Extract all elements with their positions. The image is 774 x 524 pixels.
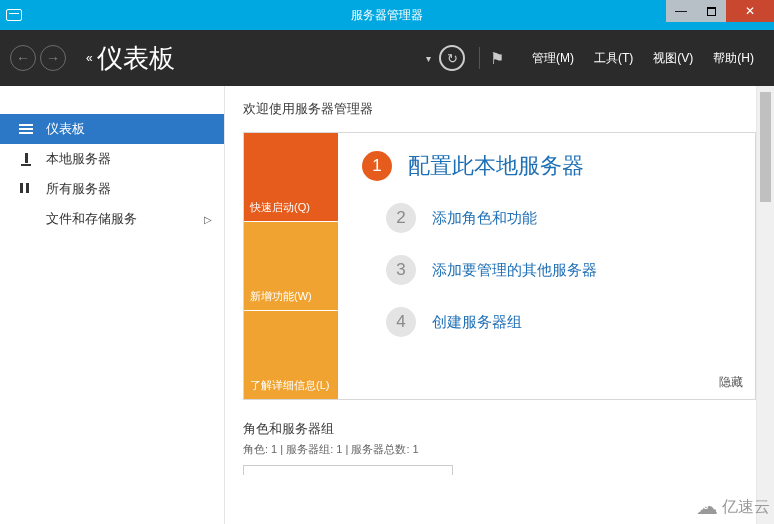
sidebar-item-all-servers[interactable]: 所有服务器 [0,174,224,204]
whatsnew-tab-label: 新增功能(W) [250,289,312,304]
groups-counts: 角色: 1 | 服务器组: 1 | 服务器总数: 1 [243,442,756,457]
quickstart-card: 快速启动(Q) 新增功能(W) 了解详细信息(L) 1 配置此本地服务器 2 添… [243,132,756,400]
scrollbar-thumb[interactable] [760,92,771,202]
sidebar-item-file-storage[interactable]: 文件和存储服务 ▷ [0,204,224,234]
vertical-scrollbar[interactable] [756,86,774,524]
forward-button[interactable]: → [40,45,66,71]
app-icon [6,9,22,21]
breadcrumb-back-glyph[interactable]: « [86,51,91,65]
step-1[interactable]: 1 配置此本地服务器 [362,151,739,181]
watermark: ☁e 亿速云 [696,494,770,520]
menu-view[interactable]: 视图(V) [653,50,693,67]
sidebar-item-label: 仪表板 [46,120,85,138]
sidebar-item-label: 文件和存储服务 [46,210,137,228]
sidebar-item-dashboard[interactable]: 仪表板 [0,114,224,144]
content-area: 欢迎使用服务器管理器 快速启动(Q) 新增功能(W) 了解详细信息(L) 1 配… [225,86,774,524]
titlebar: 服务器管理器 — ✕ [0,0,774,30]
local-server-icon [18,151,34,167]
minimize-button[interactable]: — [666,0,696,22]
group-tile-partial [243,465,453,475]
step-text: 添加要管理的其他服务器 [432,261,597,280]
watermark-text: 亿速云 [722,497,770,518]
step-number: 1 [362,151,392,181]
step-2[interactable]: 2 添加角色和功能 [386,203,739,233]
breadcrumb-dropdown-icon[interactable]: ▾ [426,53,431,64]
toolbar-divider [479,47,480,69]
maximize-button[interactable] [696,0,726,22]
sidebar: 仪表板 本地服务器 所有服务器 文件和存储服务 ▷ [0,86,225,524]
page-title: 仪表板 [97,41,175,76]
learnmore-tab-label: 了解详细信息(L) [250,378,329,393]
quickstart-left-column: 快速启动(Q) 新增功能(W) 了解详细信息(L) [244,133,338,399]
close-button[interactable]: ✕ [726,0,774,22]
whatsnew-tab[interactable]: 新增功能(W) [244,221,338,310]
storage-icon [18,211,34,227]
dashboard-icon [18,121,34,137]
step-text: 添加角色和功能 [432,209,537,228]
welcome-heading: 欢迎使用服务器管理器 [243,100,756,118]
window-title: 服务器管理器 [351,7,423,24]
all-servers-icon [18,181,34,197]
quickstart-tab-label: 快速启动(Q) [250,200,310,215]
hide-link[interactable]: 隐藏 [719,374,743,391]
menu-tools[interactable]: 工具(T) [594,50,633,67]
step-3[interactable]: 3 添加要管理的其他服务器 [386,255,739,285]
step-text: 配置此本地服务器 [408,151,584,181]
step-text: 创建服务器组 [432,313,522,332]
toolbar: ← → « 仪表板 ▾ ↻ ⚑ 管理(M) 工具(T) 视图(V) 帮助(H) [0,30,774,86]
sidebar-item-local-server[interactable]: 本地服务器 [0,144,224,174]
quickstart-steps: 1 配置此本地服务器 2 添加角色和功能 3 添加要管理的其他服务器 4 创建服… [338,133,755,399]
groups-heading: 角色和服务器组 [243,420,756,438]
back-button[interactable]: ← [10,45,36,71]
menu-manage[interactable]: 管理(M) [532,50,574,67]
learnmore-tab[interactable]: 了解详细信息(L) [244,310,338,399]
sidebar-item-label: 本地服务器 [46,150,111,168]
menu-help[interactable]: 帮助(H) [713,50,754,67]
step-4[interactable]: 4 创建服务器组 [386,307,739,337]
step-number: 3 [386,255,416,285]
cloud-icon: ☁e [696,494,718,520]
step-number: 2 [386,203,416,233]
quickstart-tab[interactable]: 快速启动(Q) [244,133,338,221]
window-controls: — ✕ [666,0,774,22]
step-number: 4 [386,307,416,337]
chevron-right-icon[interactable]: ▷ [204,214,212,225]
sidebar-item-label: 所有服务器 [46,180,111,198]
notifications-flag-icon[interactable]: ⚑ [488,49,506,67]
refresh-button[interactable]: ↻ [439,45,465,71]
